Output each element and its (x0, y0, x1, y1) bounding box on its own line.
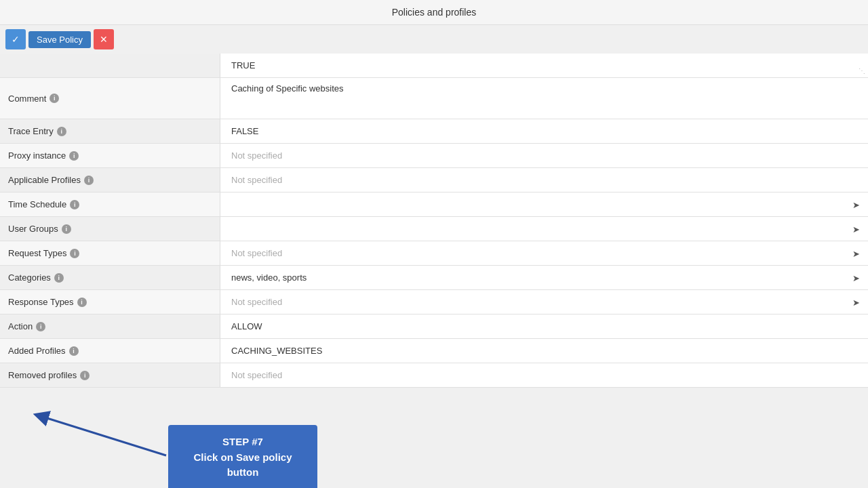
save-policy-button[interactable]: Save Policy (28, 31, 91, 48)
field-label: Comment (8, 94, 46, 104)
label-cell: Applicable Profilesi (0, 168, 220, 192)
cancel-button[interactable]: ✕ (94, 29, 114, 49)
value-cell: Not specified➤ (220, 241, 868, 265)
nav-arrow-icon[interactable]: ➤ (852, 297, 860, 307)
field-value: Caching of Specific websites (231, 83, 343, 94)
label-cell (0, 54, 220, 77)
info-icon[interactable]: i (69, 346, 79, 356)
svg-line-1 (41, 416, 166, 455)
info-icon[interactable]: i (84, 176, 94, 185)
table-row: Proxy instanceiNot specified (0, 144, 868, 168)
table-row: Removed profilesiNot specified (0, 363, 868, 388)
value-cell: Not specified (220, 168, 868, 192)
table-row: Applicable ProfilesiNot specified (0, 168, 868, 192)
table-row: Response TypesiNot specified➤ (0, 290, 868, 314)
label-cell: Added Profilesi (0, 339, 220, 363)
field-value: ALLOW (231, 321, 262, 331)
label-cell: Trace Entryi (0, 119, 220, 143)
field-value: CACHING_WEBSITES (231, 346, 322, 356)
table-row: Added ProfilesiCACHING_WEBSITES (0, 339, 868, 363)
table-row: TRUE⋱ (0, 54, 868, 78)
value-cell: news, video, sports➤ (220, 266, 868, 289)
nav-arrow-icon[interactable]: ➤ (852, 272, 860, 283)
value-cell: CACHING_WEBSITES (220, 339, 868, 363)
field-value: Not specified (231, 175, 282, 185)
info-icon[interactable]: i (70, 249, 79, 258)
field-label: User Groups (8, 224, 58, 234)
info-icon[interactable]: i (57, 127, 66, 136)
value-cell: ➤ (220, 192, 868, 216)
nav-arrow-icon[interactable]: ➤ (852, 199, 860, 209)
label-cell: Removed profilesi (0, 363, 220, 387)
label-cell: Proxy instancei (0, 144, 220, 167)
table-row: User Groupsi➤ (0, 217, 868, 241)
field-value: Not specified (231, 150, 282, 161)
field-label: Trace Entry (8, 126, 54, 136)
field-label: Applicable Profiles (8, 175, 81, 185)
field-label: Categories (8, 272, 51, 283)
cancel-icon: ✕ (100, 34, 108, 45)
field-label: Response Types (8, 297, 74, 307)
info-icon[interactable]: i (50, 94, 59, 103)
table-row: Request TypesiNot specified➤ (0, 241, 868, 266)
step-box: STEP #7 Click on Save policy button (168, 425, 317, 488)
field-label: Time Schedule (8, 199, 66, 209)
page-title: Policies and profiles (392, 7, 477, 18)
arrow-svg (0, 388, 271, 488)
info-icon[interactable]: i (62, 224, 71, 234)
value-cell: TRUE⋱ (220, 54, 868, 77)
save-policy-label: Save Policy (37, 35, 83, 45)
check-button[interactable]: ✓ (5, 29, 26, 49)
value-cell: Not specified (220, 363, 868, 387)
nav-arrow-icon[interactable]: ➤ (852, 224, 860, 234)
value-cell: Not specified➤ (220, 290, 868, 314)
info-icon[interactable]: i (80, 371, 90, 380)
value-cell: Caching of Specific websites (220, 78, 868, 119)
value-cell: ALLOW (220, 314, 868, 338)
field-value: Not specified (231, 297, 282, 307)
table-row: Categoriesinews, video, sports➤ (0, 266, 868, 290)
check-icon: ✓ (12, 34, 20, 45)
step-number: STEP #7 (180, 434, 305, 450)
info-icon[interactable]: i (77, 298, 87, 307)
field-value: Not specified (231, 370, 282, 380)
info-icon[interactable]: i (54, 273, 64, 283)
value-cell: Not specified (220, 144, 868, 167)
label-cell: Actioni (0, 314, 220, 338)
field-value: Not specified (231, 248, 282, 258)
value-cell: ➤ (220, 217, 868, 241)
field-value: FALSE (231, 126, 258, 136)
info-icon[interactable]: i (70, 200, 79, 209)
field-value: news, video, sports (231, 272, 307, 283)
label-cell: Categoriesi (0, 266, 220, 289)
label-cell: Response Typesi (0, 290, 220, 314)
field-label: Proxy instance (8, 150, 66, 161)
table-row: Trace EntryiFALSE (0, 119, 868, 144)
table-row: ActioniALLOW (0, 314, 868, 339)
step-instruction: Click on Save policy button (180, 450, 305, 481)
info-icon[interactable]: i (69, 151, 79, 161)
label-cell: User Groupsi (0, 217, 220, 241)
policy-table: TRUE⋱CommentiCaching of Specific website… (0, 54, 868, 388)
resize-handle[interactable]: ⋱ (859, 67, 865, 75)
field-label: Removed profiles (8, 370, 77, 380)
label-cell: Time Schedulei (0, 192, 220, 216)
field-value: TRUE (231, 60, 255, 70)
nav-arrow-icon[interactable]: ➤ (852, 248, 860, 258)
label-cell: Request Typesi (0, 241, 220, 265)
info-icon[interactable]: i (36, 322, 45, 331)
top-bar: Policies and profiles (0, 0, 868, 25)
field-label: Added Profiles (8, 346, 66, 356)
value-cell: FALSE (220, 119, 868, 143)
label-cell: Commenti (0, 78, 220, 119)
toolbar: ✓ Save Policy ✕ (0, 25, 868, 54)
field-label: Action (8, 321, 33, 331)
table-row: Time Schedulei➤ (0, 192, 868, 217)
field-label: Request Types (8, 248, 66, 258)
table-row: CommentiCaching of Specific websites (0, 78, 868, 119)
